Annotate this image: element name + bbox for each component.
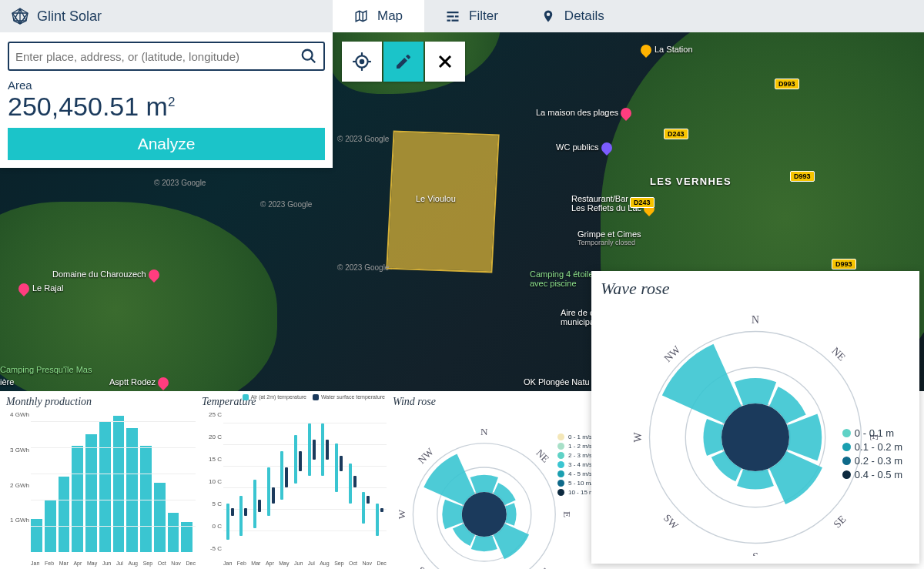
- grid-lines: [31, 411, 196, 552]
- poi-pin-icon: [16, 281, 32, 296]
- poi-plages: La maison des plages: [536, 108, 634, 119]
- analyze-button[interactable]: Analyze: [8, 128, 325, 160]
- road-badge: D993: [790, 171, 815, 182]
- svg-rect-3: [455, 15, 459, 17]
- poi-grimpe: Grimpe et CimesTemporarily closed: [578, 229, 641, 246]
- area-value: 250,450.51 m2: [8, 92, 325, 122]
- poi-plongee: OK Plongée Natu: [524, 377, 590, 387]
- svg-point-31: [721, 403, 789, 471]
- poi-pin-icon: [638, 42, 654, 58]
- chart-temperature: Temperature Air (at 2m) temperature Wate…: [202, 396, 387, 566]
- locate-button[interactable]: [342, 42, 382, 82]
- search-icon[interactable]: [300, 48, 317, 65]
- y-axis: 4 GWh3 GWh2 GWh1 GWh: [6, 411, 29, 552]
- draw-button[interactable]: [383, 42, 424, 82]
- map-copyright: © 2023 Google: [260, 200, 312, 209]
- svg-rect-2: [447, 15, 454, 17]
- road-badge: D993: [832, 259, 856, 269]
- svg-text:SW: SW: [415, 564, 434, 569]
- poi-asptt: Asptt Rodez: [109, 377, 172, 388]
- map-icon: [354, 9, 368, 23]
- svg-text:SE: SE: [535, 565, 551, 569]
- poi-pin-icon: [156, 375, 171, 390]
- poi-iere: ière: [0, 377, 14, 387]
- tab-filter-label: Filter: [469, 8, 498, 24]
- svg-text:W: W: [632, 432, 644, 442]
- map-copyright: © 2023 Google: [337, 263, 389, 272]
- svg-text:N: N: [752, 314, 759, 326]
- road-badge: D243: [630, 197, 654, 208]
- x-axis: JanFebMarAprMayJunJulAugSepOctNovDec: [223, 561, 387, 566]
- svg-point-9: [360, 60, 363, 63]
- wave-legend: 0 - 0.1 m0.1 - 0.2 m0.2 - 0.3 m0.4 - 0.5…: [842, 425, 902, 483]
- chart-monthly-production: Monthly production 4 GWh3 GWh2 GWh1 GWh …: [6, 396, 196, 566]
- road-badge: D243: [664, 129, 688, 139]
- chart-wave-rose: Wave rose NNEESESSWWNW 0 - 0.1 m0.1 - 0.…: [591, 271, 919, 564]
- poi-label: Le Vioulou: [416, 194, 456, 203]
- svg-text:NE: NE: [534, 447, 551, 464]
- poi-pin-icon: [618, 105, 634, 121]
- chart-title: Monthly production: [6, 396, 196, 408]
- filter-icon: [446, 9, 460, 23]
- brand: Glint Solar: [0, 0, 333, 32]
- nav-tabs: Map Filter Details: [333, 0, 924, 32]
- chart-title: Wind rose: [393, 396, 596, 408]
- bar-chart-body: 4 GWh3 GWh2 GWh1 GWh JanFebMarAprMayJunJ…: [6, 411, 196, 566]
- svg-text:NE: NE: [829, 345, 848, 363]
- y-axis: -5 C0 C5 C10 C15 C20 C25 C: [202, 411, 222, 552]
- poi-presquile: Camping Presqu'île Mas: [0, 365, 92, 374]
- rose-wrap: NNEESESSWWNW 0 - 1 m/s1 - 2 m/s2 - 3 m/s…: [393, 411, 596, 569]
- poi-camping4: Camping 4 étoiles avec piscine: [530, 269, 598, 288]
- rose-wrap: NNEESESSWWNW 0 - 0.1 m0.1 - 0.2 m0.2 - 0…: [601, 302, 910, 556]
- top-bar: Glint Solar Map Filter Details: [0, 0, 924, 32]
- svg-rect-1: [447, 12, 459, 13]
- svg-rect-4: [447, 20, 451, 22]
- tab-map-label: Map: [377, 8, 403, 24]
- svg-text:SE: SE: [832, 514, 849, 531]
- poi-wc: WC publics: [556, 142, 615, 153]
- temp-chart-body: -5 C0 C5 C10 C15 C20 C25 C JanFebMarAprM…: [202, 411, 387, 566]
- map-toolbar: [342, 42, 465, 82]
- svg-text:E: E: [561, 511, 573, 517]
- tab-filter[interactable]: Filter: [424, 0, 520, 32]
- brand-logo-icon: [11, 7, 29, 25]
- svg-rect-5: [452, 20, 459, 22]
- svg-text:NW: NW: [416, 446, 437, 467]
- tab-details-label: Details: [564, 8, 604, 24]
- pin-icon: [541, 9, 555, 23]
- poi-pin-icon: [599, 140, 614, 156]
- search-field[interactable]: [8, 42, 325, 71]
- svg-text:W: W: [396, 509, 407, 519]
- temp-columns: [223, 411, 387, 552]
- temp-legend: Air (at 2m) temperature Water surface te…: [243, 394, 385, 400]
- poi-pin-icon: [146, 267, 162, 283]
- svg-text:SW: SW: [661, 512, 681, 531]
- tab-map[interactable]: Map: [333, 0, 424, 32]
- map-land: [0, 202, 277, 391]
- svg-line-7: [311, 59, 316, 63]
- search-area-panel: Area 250,450.51 m2 Analyze: [0, 32, 333, 168]
- svg-text:N: N: [480, 426, 488, 437]
- clear-button[interactable]: [425, 42, 465, 82]
- svg-point-19: [462, 492, 507, 537]
- svg-text:S: S: [752, 551, 758, 557]
- svg-text:NW: NW: [661, 343, 682, 364]
- road-badge: D993: [775, 79, 799, 89]
- poi-charouzech: Domaine du Charouzech: [52, 269, 162, 280]
- brand-name: Glint Solar: [37, 8, 102, 25]
- poi-station: La Station: [641, 45, 693, 55]
- map-copyright: © 2023 Google: [154, 179, 206, 187]
- area-label: Area: [8, 79, 325, 92]
- tab-details[interactable]: Details: [520, 0, 626, 32]
- place-big: LES VERNHES: [650, 176, 732, 187]
- chart-wind-rose: Wind rose NNEESESSWWNW 0 - 1 m/s1 - 2 m/…: [393, 396, 596, 566]
- map-copyright: © 2023 Google: [337, 135, 389, 143]
- x-axis: JanFebMarAprMayJunJulAugSepOctNovDec: [31, 561, 196, 566]
- poi-rajal: Le Rajal: [18, 283, 63, 294]
- search-input[interactable]: [15, 50, 300, 63]
- svg-point-6: [303, 50, 313, 60]
- chart-title: Wave rose: [601, 279, 910, 299]
